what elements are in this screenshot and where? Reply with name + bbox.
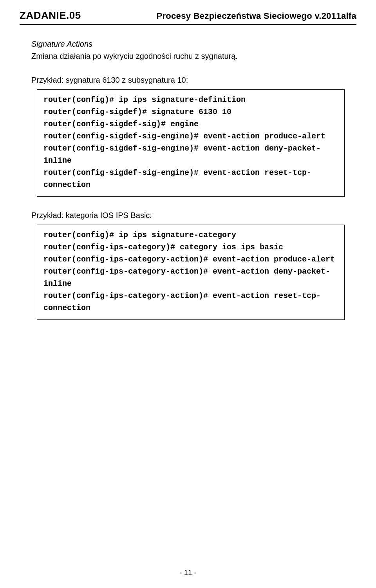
example2-codebox: router(config)# ip ips signature-categor… bbox=[37, 225, 345, 320]
intro-line: Zmiana działania po wykryciu zgodności r… bbox=[31, 50, 345, 62]
intro-title: Signature Actions bbox=[31, 38, 345, 50]
code-line: router(config-sigdef-sig)# engine bbox=[43, 118, 338, 130]
code-line: router(config-sigdef-sig-engine)# event-… bbox=[43, 167, 338, 191]
code-line: router(config-ips-category-action)# even… bbox=[43, 265, 338, 290]
example1-heading: Przykład: sygnatura 6130 z subsygnaturą … bbox=[31, 74, 345, 86]
code-line: router(config-ips-category)# category io… bbox=[43, 241, 338, 253]
code-line: router(config-ips-category-action)# even… bbox=[43, 253, 338, 265]
code-line: router(config-ips-category-action)# even… bbox=[43, 290, 338, 314]
example1-codebox: router(config)# ip ips signature-definit… bbox=[37, 89, 345, 197]
code-line: router(config-sigdef)# signature 6130 10 bbox=[43, 106, 338, 118]
example2-heading: Przykład: kategoria IOS IPS Basic: bbox=[31, 209, 345, 221]
code-line: router(config)# ip ips signature-categor… bbox=[43, 229, 338, 241]
code-line: router(config-sigdef-sig-engine)# event-… bbox=[43, 130, 338, 142]
intro-block: Signature Actions Zmiana działania po wy… bbox=[31, 38, 345, 62]
page-content: Signature Actions Zmiana działania po wy… bbox=[0, 25, 376, 320]
code-line: router(config-sigdef-sig-engine)# event-… bbox=[43, 142, 338, 167]
header-left: ZADANIE.05 bbox=[20, 9, 81, 22]
page-footer: - 11 - bbox=[0, 569, 376, 577]
page-header: ZADANIE.05 Procesy Bezpieczeństwa Siecio… bbox=[0, 0, 376, 24]
code-line: router(config)# ip ips signature-definit… bbox=[43, 94, 338, 106]
header-right: Procesy Bezpieczeństwa Sieciowego v.2011… bbox=[157, 9, 356, 22]
